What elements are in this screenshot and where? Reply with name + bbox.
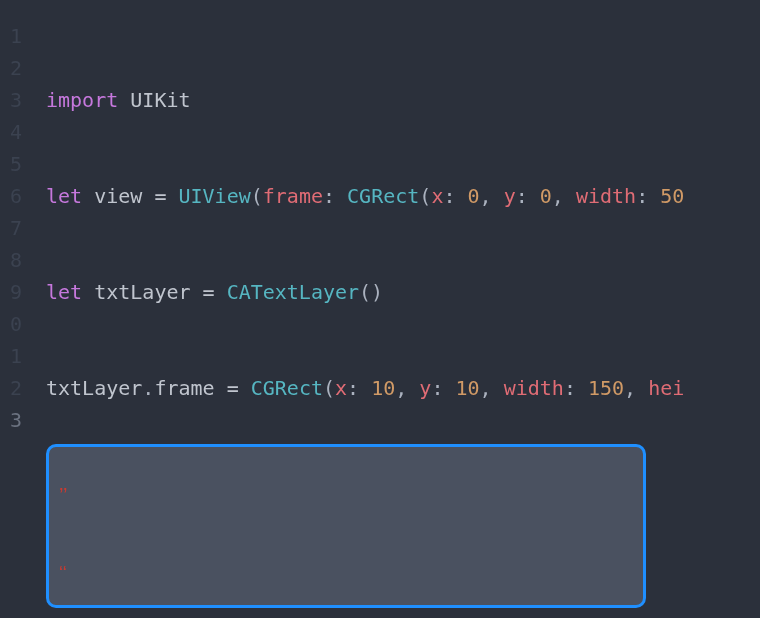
line-number: 7: [0, 212, 28, 244]
line-gutter: 1 2 3 4 5 6 7 8 9 0 1 2 3: [0, 0, 28, 618]
line-number: 2: [0, 372, 28, 404]
line-number: 1: [0, 340, 28, 372]
code-line: import UIKit: [46, 84, 760, 116]
line-number: 4: [0, 116, 28, 148]
line-number: 0: [0, 308, 28, 340]
code-line: let txtLayer = CATextLayer(): [46, 276, 760, 308]
preview-uilabel: ‘‘: [59, 557, 67, 589]
line-number: 8: [0, 244, 28, 276]
line-number: 3: [0, 404, 28, 436]
line-number: 5: [0, 148, 28, 180]
line-number: 9: [0, 276, 28, 308]
line-number: 1: [0, 20, 28, 52]
live-preview-panel: ’’ ‘‘: [46, 444, 646, 608]
preview-text-layer: ’’: [59, 479, 68, 511]
line-number: 2: [0, 52, 28, 84]
code-line: let view = UIView(frame: CGRect(x: 0, y:…: [46, 180, 760, 212]
code-line: txtLayer.frame = CGRect(x: 10, y: 10, wi…: [46, 372, 760, 404]
line-number: 3: [0, 84, 28, 116]
code-editor[interactable]: 1 2 3 4 5 6 7 8 9 0 1 2 3 import UIKit l…: [0, 0, 760, 618]
line-number: 6: [0, 180, 28, 212]
